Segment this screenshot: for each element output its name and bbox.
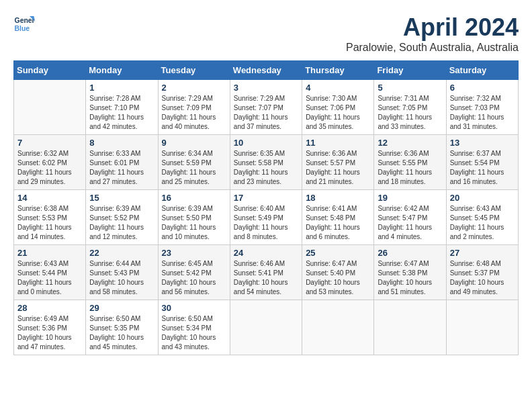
day-info: Sunrise: 7:28 AM Sunset: 7:10 PM Dayligh…: [89, 94, 154, 132]
calendar-week-4: 21Sunrise: 6:43 AM Sunset: 5:44 PM Dayli…: [14, 245, 519, 300]
day-info: Sunrise: 6:42 AM Sunset: 5:47 PM Dayligh…: [378, 204, 442, 242]
calendar-cell: 10Sunrise: 6:35 AM Sunset: 5:58 PM Dayli…: [230, 135, 302, 190]
day-info: Sunrise: 6:39 AM Sunset: 5:50 PM Dayligh…: [162, 204, 226, 242]
day-info: Sunrise: 6:41 AM Sunset: 5:48 PM Dayligh…: [306, 204, 370, 242]
day-number: 16: [162, 193, 226, 203]
day-number: 13: [450, 138, 515, 148]
calendar-cell: 20Sunrise: 6:43 AM Sunset: 5:45 PM Dayli…: [446, 190, 518, 245]
day-number: 24: [234, 248, 298, 258]
day-number: 19: [378, 193, 442, 203]
day-number: 23: [162, 248, 226, 258]
day-info: Sunrise: 6:38 AM Sunset: 5:53 PM Dayligh…: [17, 204, 82, 242]
day-number: 1: [89, 83, 154, 93]
calendar-cell: 26Sunrise: 6:47 AM Sunset: 5:38 PM Dayli…: [374, 245, 446, 300]
calendar-cell: 9Sunrise: 6:34 AM Sunset: 5:59 PM Daylig…: [158, 135, 230, 190]
day-info: Sunrise: 7:32 AM Sunset: 7:03 PM Dayligh…: [450, 94, 515, 132]
day-number: 18: [306, 193, 370, 203]
day-number: 11: [306, 138, 370, 148]
calendar-cell: [446, 300, 518, 355]
logo-icon: General Blue: [13, 13, 35, 35]
day-number: 12: [378, 138, 442, 148]
calendar-cell: [14, 80, 86, 135]
calendar-cell: [230, 300, 302, 355]
weekday-header-sunday: Sunday: [14, 61, 86, 80]
day-info: Sunrise: 6:43 AM Sunset: 5:44 PM Dayligh…: [17, 259, 82, 297]
calendar-cell: 3Sunrise: 7:29 AM Sunset: 7:07 PM Daylig…: [230, 80, 302, 135]
day-info: Sunrise: 6:37 AM Sunset: 5:54 PM Dayligh…: [450, 149, 515, 187]
calendar-cell: 27Sunrise: 6:48 AM Sunset: 5:37 PM Dayli…: [446, 245, 518, 300]
day-number: 28: [17, 303, 82, 313]
day-number: 30: [162, 303, 226, 313]
calendar-cell: 16Sunrise: 6:39 AM Sunset: 5:50 PM Dayli…: [158, 190, 230, 245]
day-number: 7: [17, 138, 82, 148]
day-number: 25: [306, 248, 370, 258]
day-number: 4: [306, 83, 370, 93]
day-info: Sunrise: 7:30 AM Sunset: 7:06 PM Dayligh…: [306, 94, 370, 132]
day-info: Sunrise: 6:47 AM Sunset: 5:40 PM Dayligh…: [306, 259, 370, 297]
day-info: Sunrise: 6:32 AM Sunset: 6:02 PM Dayligh…: [17, 149, 82, 187]
day-number: 5: [378, 83, 442, 93]
title-area: April 2024 Paralowie, South Australia, A…: [346, 13, 519, 54]
calendar-cell: 24Sunrise: 6:46 AM Sunset: 5:41 PM Dayli…: [230, 245, 302, 300]
page-header: General Blue April 2024 Paralowie, South…: [13, 13, 519, 54]
calendar-cell: 29Sunrise: 6:50 AM Sunset: 5:35 PM Dayli…: [86, 300, 158, 355]
weekday-header-tuesday: Tuesday: [158, 61, 230, 80]
day-info: Sunrise: 6:35 AM Sunset: 5:58 PM Dayligh…: [234, 149, 298, 187]
day-info: Sunrise: 6:49 AM Sunset: 5:36 PM Dayligh…: [17, 314, 82, 352]
calendar-cell: 17Sunrise: 6:40 AM Sunset: 5:49 PM Dayli…: [230, 190, 302, 245]
calendar-week-3: 14Sunrise: 6:38 AM Sunset: 5:53 PM Dayli…: [14, 190, 519, 245]
weekday-header-wednesday: Wednesday: [230, 61, 302, 80]
calendar-cell: 6Sunrise: 7:32 AM Sunset: 7:03 PM Daylig…: [446, 80, 518, 135]
day-number: 26: [378, 248, 442, 258]
calendar-cell: 28Sunrise: 6:49 AM Sunset: 5:36 PM Dayli…: [14, 300, 86, 355]
calendar-cell: 7Sunrise: 6:32 AM Sunset: 6:02 PM Daylig…: [14, 135, 86, 190]
day-info: Sunrise: 6:50 AM Sunset: 5:35 PM Dayligh…: [89, 314, 154, 352]
day-info: Sunrise: 6:46 AM Sunset: 5:41 PM Dayligh…: [234, 259, 298, 297]
calendar-cell: 18Sunrise: 6:41 AM Sunset: 5:48 PM Dayli…: [302, 190, 374, 245]
calendar-cell: 30Sunrise: 6:50 AM Sunset: 5:34 PM Dayli…: [158, 300, 230, 355]
day-number: 27: [450, 248, 515, 258]
calendar-cell: 19Sunrise: 6:42 AM Sunset: 5:47 PM Dayli…: [374, 190, 446, 245]
calendar-cell: [374, 300, 446, 355]
day-number: 2: [162, 83, 226, 93]
day-number: 22: [89, 248, 154, 258]
weekday-header-row: SundayMondayTuesdayWednesdayThursdayFrid…: [14, 61, 519, 80]
weekday-header-monday: Monday: [86, 61, 158, 80]
day-number: 17: [234, 193, 298, 203]
calendar-cell: 11Sunrise: 6:36 AM Sunset: 5:57 PM Dayli…: [302, 135, 374, 190]
calendar-cell: [302, 300, 374, 355]
day-number: 21: [17, 248, 82, 258]
calendar-week-5: 28Sunrise: 6:49 AM Sunset: 5:36 PM Dayli…: [14, 300, 519, 355]
day-info: Sunrise: 6:43 AM Sunset: 5:45 PM Dayligh…: [450, 204, 515, 242]
calendar-cell: 25Sunrise: 6:47 AM Sunset: 5:40 PM Dayli…: [302, 245, 374, 300]
calendar-cell: 5Sunrise: 7:31 AM Sunset: 7:05 PM Daylig…: [374, 80, 446, 135]
day-number: 15: [89, 193, 154, 203]
day-number: 14: [17, 193, 82, 203]
calendar-cell: 21Sunrise: 6:43 AM Sunset: 5:44 PM Dayli…: [14, 245, 86, 300]
day-number: 20: [450, 193, 515, 203]
day-info: Sunrise: 6:36 AM Sunset: 5:55 PM Dayligh…: [378, 149, 442, 187]
calendar-cell: 8Sunrise: 6:33 AM Sunset: 6:01 PM Daylig…: [86, 135, 158, 190]
day-info: Sunrise: 6:44 AM Sunset: 5:43 PM Dayligh…: [89, 259, 154, 297]
day-info: Sunrise: 6:33 AM Sunset: 6:01 PM Dayligh…: [89, 149, 154, 187]
weekday-header-saturday: Saturday: [446, 61, 518, 80]
day-info: Sunrise: 6:45 AM Sunset: 5:42 PM Dayligh…: [162, 259, 226, 297]
day-info: Sunrise: 7:29 AM Sunset: 7:07 PM Dayligh…: [234, 94, 298, 132]
day-info: Sunrise: 6:47 AM Sunset: 5:38 PM Dayligh…: [378, 259, 442, 297]
day-number: 10: [234, 138, 298, 148]
day-info: Sunrise: 6:36 AM Sunset: 5:57 PM Dayligh…: [306, 149, 370, 187]
calendar-cell: 14Sunrise: 6:38 AM Sunset: 5:53 PM Dayli…: [14, 190, 86, 245]
weekday-header-thursday: Thursday: [302, 61, 374, 80]
svg-text:Blue: Blue: [15, 25, 30, 32]
day-info: Sunrise: 7:31 AM Sunset: 7:05 PM Dayligh…: [378, 94, 442, 132]
day-number: 29: [89, 303, 154, 313]
calendar-table: SundayMondayTuesdayWednesdayThursdayFrid…: [13, 60, 519, 355]
day-number: 9: [162, 138, 226, 148]
calendar-cell: 22Sunrise: 6:44 AM Sunset: 5:43 PM Dayli…: [86, 245, 158, 300]
day-number: 8: [89, 138, 154, 148]
calendar-cell: 4Sunrise: 7:30 AM Sunset: 7:06 PM Daylig…: [302, 80, 374, 135]
calendar-cell: 23Sunrise: 6:45 AM Sunset: 5:42 PM Dayli…: [158, 245, 230, 300]
calendar-week-1: 1Sunrise: 7:28 AM Sunset: 7:10 PM Daylig…: [14, 80, 519, 135]
day-number: 6: [450, 83, 515, 93]
logo: General Blue: [13, 13, 35, 35]
